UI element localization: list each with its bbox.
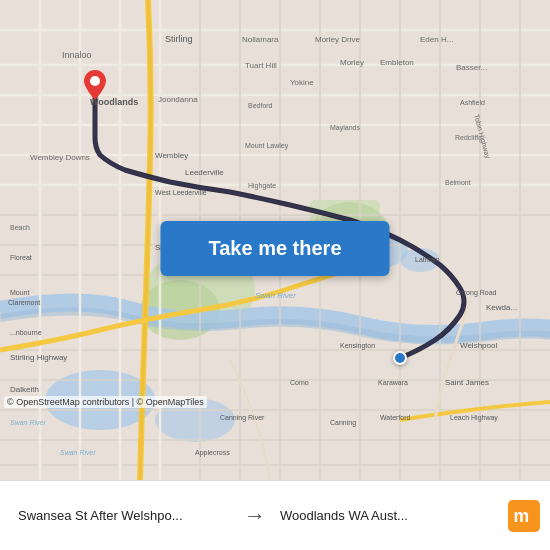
- svg-text:Stirling: Stirling: [165, 34, 193, 44]
- svg-text:Highgate: Highgate: [248, 182, 276, 190]
- svg-text:Leach Highway: Leach Highway: [450, 414, 498, 422]
- svg-text:Orrong Road: Orrong Road: [456, 289, 497, 297]
- map-container: Innaloo Woodlands Wembley Downs Stirling…: [0, 0, 550, 480]
- svg-text:...nbourne: ...nbourne: [10, 329, 42, 336]
- svg-text:Floreat: Floreat: [10, 254, 32, 261]
- svg-text:Wembley: Wembley: [155, 151, 188, 160]
- arrow-icon: →: [238, 503, 272, 529]
- svg-point-85: [90, 76, 100, 86]
- svg-text:Bedford: Bedford: [248, 102, 273, 109]
- svg-text:Leederville: Leederville: [185, 168, 224, 177]
- bottom-bar: Swansea St After Welshpo... → Woodlands …: [0, 480, 550, 550]
- svg-text:Beach: Beach: [10, 224, 30, 231]
- svg-text:Joondanna: Joondanna: [158, 95, 198, 104]
- svg-text:Ashfield: Ashfield: [460, 99, 485, 106]
- svg-text:Innaloo: Innaloo: [62, 50, 92, 60]
- svg-text:Lathlain: Lathlain: [415, 256, 440, 263]
- svg-text:Applecross: Applecross: [195, 449, 230, 457]
- map-attribution: © OpenStreetMap contributors | © OpenMap…: [4, 396, 207, 408]
- svg-text:Mount Lawley: Mount Lawley: [245, 142, 289, 150]
- svg-text:Mount: Mount: [10, 289, 30, 296]
- svg-text:Stirling Highway: Stirling Highway: [10, 353, 67, 362]
- svg-text:Saint James: Saint James: [445, 378, 489, 387]
- svg-text:Dalkeith: Dalkeith: [10, 385, 39, 394]
- svg-text:Embleton: Embleton: [380, 58, 414, 67]
- svg-text:Redcliffc: Redcliffc: [455, 134, 482, 141]
- moovit-logo: m: [500, 500, 540, 532]
- svg-text:Swan River: Swan River: [60, 449, 96, 456]
- svg-text:Swan River: Swan River: [255, 291, 296, 300]
- svg-text:Eden H...: Eden H...: [420, 35, 453, 44]
- svg-text:Claremont: Claremont: [8, 299, 40, 306]
- svg-text:Waterford: Waterford: [380, 414, 411, 421]
- svg-text:Como: Como: [290, 379, 309, 386]
- svg-text:Maylands: Maylands: [330, 124, 360, 132]
- take-me-there-button[interactable]: Take me there: [160, 221, 389, 276]
- moovit-icon: m: [508, 500, 540, 532]
- svg-text:Wembley Downs: Wembley Downs: [30, 153, 90, 162]
- svg-text:Karawara: Karawara: [378, 379, 408, 386]
- origin-pin: [84, 70, 106, 92]
- destination-label: Woodlands WA Aust...: [280, 508, 492, 523]
- svg-text:Canning River: Canning River: [220, 414, 265, 422]
- origin-section: Swansea St After Welshpo...: [10, 508, 238, 523]
- svg-text:Nollamara: Nollamara: [242, 35, 279, 44]
- svg-text:West Leederville: West Leederville: [155, 189, 207, 196]
- svg-text:Canning: Canning: [330, 419, 356, 427]
- svg-text:Morley Drive: Morley Drive: [315, 35, 360, 44]
- svg-text:Kensington: Kensington: [340, 342, 375, 350]
- svg-text:Basser...: Basser...: [456, 63, 487, 72]
- svg-text:Belmont: Belmont: [445, 179, 471, 186]
- svg-text:Welshpool: Welshpool: [460, 341, 497, 350]
- svg-text:Yokine: Yokine: [290, 78, 314, 87]
- svg-text:Tuart Hill: Tuart Hill: [245, 61, 277, 70]
- destination-section: Woodlands WA Aust...: [272, 508, 500, 523]
- svg-text:Morley: Morley: [340, 58, 364, 67]
- svg-text:m: m: [514, 506, 530, 526]
- origin-label: Swansea St After Welshpo...: [18, 508, 230, 523]
- svg-text:Swan River: Swan River: [10, 419, 46, 426]
- destination-pin: [393, 351, 407, 365]
- svg-text:Kewda...: Kewda...: [486, 303, 517, 312]
